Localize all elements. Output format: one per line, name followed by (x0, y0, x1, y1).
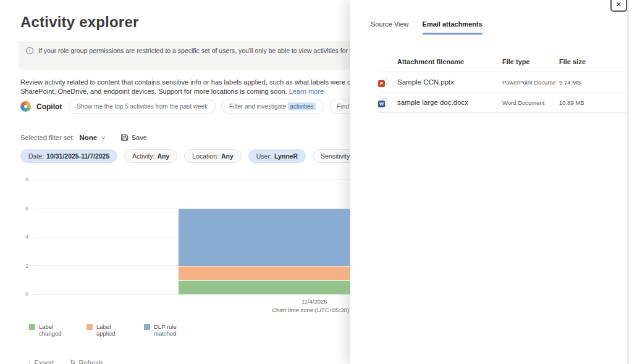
y-axis-tick-label: 2 (25, 263, 28, 269)
learn-more-link[interactable]: Learn more (289, 88, 324, 95)
page-description: Review activity related to content that … (20, 78, 350, 96)
y-axis-tick-label: 6 (25, 205, 28, 212)
page-title: Activity explorer (20, 14, 138, 31)
copilot-prompt-filter-investigate[interactable]: Filter and investigate activities (221, 99, 323, 114)
chart-plot-area: 11/4/2025 Chart time zone:(UTC+05:30) 02… (34, 180, 350, 294)
save-icon (120, 133, 129, 141)
activity-explorer-page: Activity explorer i If your role group p… (0, 0, 350, 364)
banner-text: If your role group permissions are restr… (38, 47, 350, 54)
gridline (34, 180, 350, 180)
attachment-file-type: PowerPoint Docume (502, 79, 559, 86)
attachment-filename: sample large doc.docx (397, 99, 502, 106)
legend-item-label-changed[interactable]: Label changed (29, 323, 70, 337)
powerpoint-icon: P (378, 78, 388, 87)
copilot-icon (20, 101, 31, 112)
chevron-down-icon[interactable]: ∨ (101, 134, 106, 141)
y-axis-tick-label: 0 (25, 291, 28, 297)
column-header-file-type[interactable]: File type (502, 58, 559, 65)
tab-source-view[interactable]: Source View (371, 20, 409, 35)
legend-item-dlp-rule-matched[interactable]: DLP rule matched (144, 323, 185, 337)
attachment-file-size: 9.74 MB (559, 79, 626, 86)
bar-segment-label-applied[interactable] (179, 266, 350, 280)
legend-swatch (144, 324, 150, 330)
legend-label: DLP rule matched (154, 323, 185, 337)
close-button[interactable]: × (610, 0, 627, 12)
legend-label: Label changed (39, 323, 70, 337)
description-line-2: SharePoint, OneDrive, and endpoint devic… (20, 87, 350, 96)
filter-pill-location[interactable]: Location:Any (184, 149, 241, 163)
table-row[interactable]: P Sample CCN.pptx PowerPoint Docume 9.74… (378, 72, 626, 93)
stacked-bar[interactable] (179, 209, 350, 295)
attachments-table: Attachment filename File type File size … (378, 54, 626, 113)
close-icon: × (616, 0, 621, 9)
export-button[interactable]: ↓ Export (28, 359, 54, 364)
filter-set-label: Selected filter set: (20, 134, 74, 141)
filter-pill-activity[interactable]: Activity:Any (124, 149, 177, 163)
filter-pill-date[interactable]: Date:10/31/2025-11/7/2025 (20, 149, 117, 163)
highlight-activities: activities (288, 102, 315, 110)
filter-pill-user[interactable]: User:LynneR (248, 149, 306, 163)
word-icon: W (378, 98, 388, 107)
email-attachments-flyout: × Source View Email attachments Attachme… (350, 0, 632, 364)
chart-timezone-note: Chart time zone:(UTC+05:30) (272, 307, 349, 313)
attachment-filename: Sample CCN.pptx (397, 78, 502, 86)
copilot-prompt-find-files[interactable]: Find files used in specific a (329, 99, 350, 114)
filter-set-row: Selected filter set: None ∨ Save (20, 133, 147, 141)
bar-segment-label-changed[interactable] (179, 280, 350, 294)
permissions-info-banner: i If your role group permissions are res… (19, 41, 350, 70)
save-label: Save (132, 134, 147, 141)
info-icon: i (26, 47, 33, 54)
legend-label: Label applied (96, 323, 127, 337)
refresh-icon: ↻ (70, 358, 75, 364)
tab-email-attachments[interactable]: Email attachments (423, 20, 482, 35)
table-row[interactable]: W sample large doc.docx Word Document 10… (378, 93, 626, 113)
chart-legend: Label changed Label applied DLP rule mat… (29, 323, 185, 337)
attachment-file-size: 10.89 MB (559, 99, 626, 106)
legend-swatch (29, 324, 35, 330)
legend-item-label-applied[interactable]: Label applied (86, 323, 127, 337)
column-header-filename[interactable]: Attachment filename (397, 58, 502, 65)
filter-set-dropdown[interactable]: None (79, 134, 97, 141)
results-toolbar: ↓ Export ↻ Refresh (28, 358, 103, 364)
attachment-file-type: Word Document (502, 99, 559, 106)
window-edge-divider (628, 0, 628, 364)
copilot-prompt-top-activities[interactable]: Show me the top 5 activities from the pa… (69, 99, 216, 114)
x-axis-tick-label: 11/4/2025 (301, 298, 327, 305)
bar-segment-dlp-rule-matched[interactable] (179, 209, 350, 266)
filter-pills-row: Date:10/31/2025-11/7/2025 Activity:Any L… (20, 149, 350, 163)
column-header-file-size[interactable]: File size (559, 58, 626, 65)
description-line-1: Review activity related to content that … (20, 78, 350, 87)
flyout-tabs: Source View Email attachments (371, 20, 482, 35)
save-filter-set-button[interactable]: Save (120, 133, 147, 141)
copilot-label: Copilot (36, 102, 62, 111)
table-header-row: Attachment filename File type File size (378, 54, 626, 72)
legend-swatch (86, 324, 93, 330)
filter-pill-sensitivity-label[interactable]: Sensitivity label:Any (313, 149, 350, 163)
y-axis-tick-label: 4 (25, 234, 28, 240)
refresh-button[interactable]: ↻ Refresh (70, 358, 103, 364)
y-axis-tick-label: 8 (25, 176, 28, 183)
copilot-prompt-bar: Copilot Show me the top 5 activities fro… (20, 99, 350, 114)
download-icon: ↓ (28, 359, 32, 364)
